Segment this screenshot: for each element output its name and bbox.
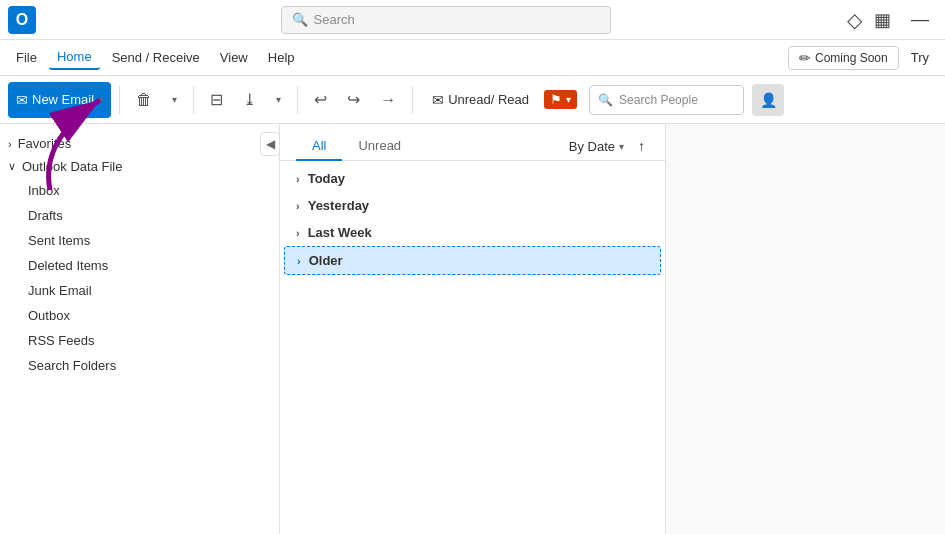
last-week-chevron-icon: ›	[296, 227, 300, 239]
profile-button[interactable]: 👤	[752, 84, 784, 116]
sidebar: ◀ › Favorites ∨ Outlook Data File Inbox …	[0, 124, 280, 534]
sidebar-item-search-folders[interactable]: Search Folders	[4, 353, 275, 378]
right-panel	[665, 124, 945, 534]
yesterday-label: Yesterday	[308, 198, 369, 213]
move-dropdown-icon: ▾	[276, 94, 281, 105]
main-layout: ◀ › Favorites ∨ Outlook Data File Inbox …	[0, 124, 945, 534]
today-chevron-icon: ›	[296, 173, 300, 185]
sidebar-content: › Favorites ∨ Outlook Data File Inbox Dr…	[0, 124, 279, 534]
separator-4	[412, 86, 413, 114]
new-email-icon: ✉	[16, 92, 28, 108]
data-file-label: Outlook Data File	[22, 159, 122, 174]
menu-send-receive[interactable]: Send / Receive	[104, 46, 208, 69]
envelope-icon: ✉	[432, 92, 444, 108]
title-actions: ◇ ▦ —	[847, 8, 937, 32]
coming-soon-label: Coming Soon	[815, 51, 888, 65]
menu-bar: File Home Send / Receive View Help ✏ Com…	[0, 40, 945, 76]
older-label: Older	[309, 253, 343, 268]
delete-icon: 🗑	[136, 91, 152, 109]
favorites-chevron-icon: ›	[8, 138, 12, 150]
separator-2	[193, 86, 194, 114]
coming-soon-button[interactable]: ✏ Coming Soon	[788, 46, 899, 70]
separator-3	[297, 86, 298, 114]
sidebar-item-deleted[interactable]: Deleted Items	[4, 253, 275, 278]
search-people-placeholder: Search People	[619, 93, 698, 107]
separator-1	[119, 86, 120, 114]
search-people-icon: 🔍	[598, 93, 613, 107]
move-dropdown-button[interactable]: ▾	[268, 82, 289, 118]
group-yesterday[interactable]: › Yesterday	[280, 192, 665, 219]
toolbar: ✉ New Email ▾ 🗑 ▾ ⊟ ⤓ ▾ ↩ ↪ → ✉ Unread/ …	[0, 76, 945, 124]
menu-home[interactable]: Home	[49, 45, 100, 70]
sidebar-toggle-button[interactable]: ◀	[260, 132, 280, 156]
delete-button[interactable]: 🗑	[128, 82, 160, 118]
tab-all[interactable]: All	[296, 132, 342, 161]
flag-dropdown-icon[interactable]: ▾	[566, 94, 571, 105]
group-last-week[interactable]: › Last Week	[280, 219, 665, 246]
new-email-button[interactable]: ✉ New Email ▾	[8, 82, 111, 118]
new-email-dropdown-icon[interactable]: ▾	[98, 94, 103, 105]
undo-button[interactable]: ↩	[306, 82, 335, 118]
last-week-label: Last Week	[308, 225, 372, 240]
qr-icon[interactable]: ▦	[874, 9, 891, 31]
sidebar-item-inbox[interactable]: Inbox	[4, 178, 275, 203]
forward-icon: →	[380, 91, 396, 109]
sort-label: By Date	[569, 139, 615, 154]
undo-icon: ↩	[314, 90, 327, 109]
minimize-button[interactable]: —	[903, 9, 937, 30]
message-list: › Today › Yesterday › Last Week › Older	[280, 161, 665, 534]
data-file-chevron-icon: ∨	[8, 160, 16, 173]
title-search-box[interactable]: 🔍 Search	[281, 6, 611, 34]
content-area: All Unread By Date ▾ ↑ › Today › Yesterd…	[280, 124, 665, 534]
outlook-data-file-section[interactable]: ∨ Outlook Data File	[0, 155, 279, 178]
unread-read-label: Unread/ Read	[448, 92, 529, 107]
sort-dropdown-icon: ▾	[619, 141, 624, 152]
search-icon: 🔍	[292, 12, 308, 27]
favorites-section[interactable]: › Favorites	[0, 132, 279, 155]
sort-direction-button[interactable]: ↑	[634, 134, 649, 158]
redo-icon: ↪	[347, 90, 360, 109]
menu-view[interactable]: View	[212, 46, 256, 69]
group-today[interactable]: › Today	[280, 165, 665, 192]
content-tabs: All Unread By Date ▾ ↑	[280, 124, 665, 161]
move-icon: ⤓	[243, 90, 256, 109]
sidebar-item-sent[interactable]: Sent Items	[4, 228, 275, 253]
archive-button[interactable]: ⊟	[202, 82, 231, 118]
try-button[interactable]: Try	[903, 46, 937, 69]
flag-button[interactable]: ⚑ ▾	[544, 90, 577, 109]
today-label: Today	[308, 171, 345, 186]
sidebar-item-junk[interactable]: Junk Email	[4, 278, 275, 303]
yesterday-chevron-icon: ›	[296, 200, 300, 212]
move-button[interactable]: ⤓	[235, 82, 264, 118]
search-placeholder: Search	[314, 12, 355, 27]
sort-by-date-button[interactable]: By Date ▾	[563, 135, 630, 158]
diamond-icon[interactable]: ◇	[847, 8, 862, 32]
sidebar-item-outbox[interactable]: Outbox	[4, 303, 275, 328]
redo-button[interactable]: ↪	[339, 82, 368, 118]
delete-dropdown-button[interactable]: ▾	[164, 82, 185, 118]
outlook-logo: O	[8, 6, 36, 34]
title-search-area: 🔍 Search	[44, 6, 847, 34]
tab-unread[interactable]: Unread	[342, 132, 417, 161]
sidebar-item-drafts[interactable]: Drafts	[4, 203, 275, 228]
menu-help[interactable]: Help	[260, 46, 303, 69]
sidebar-item-rss[interactable]: RSS Feeds	[4, 328, 275, 353]
new-email-label: New Email	[32, 92, 94, 107]
archive-icon: ⊟	[210, 90, 223, 109]
sort-controls: By Date ▾ ↑	[563, 134, 649, 158]
group-older[interactable]: › Older	[284, 246, 661, 275]
title-bar: O 🔍 Search ◇ ▦ —	[0, 0, 945, 40]
unread-read-button[interactable]: ✉ Unread/ Read	[421, 82, 540, 118]
flag-icon: ⚑	[550, 92, 562, 107]
forward-button[interactable]: →	[372, 82, 404, 118]
coming-soon-icon: ✏	[799, 50, 811, 66]
search-people-box[interactable]: 🔍 Search People	[589, 85, 744, 115]
delete-dropdown-icon: ▾	[172, 94, 177, 105]
menu-file[interactable]: File	[8, 46, 45, 69]
favorites-label: Favorites	[18, 136, 71, 151]
profile-icon: 👤	[760, 92, 777, 108]
older-chevron-icon: ›	[297, 255, 301, 267]
